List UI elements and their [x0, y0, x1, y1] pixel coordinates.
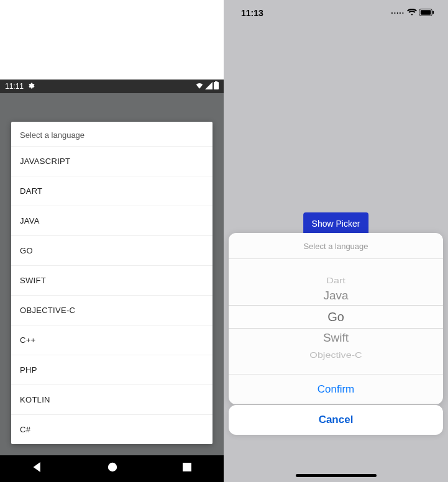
picker-row-selected: Go [229, 305, 443, 329]
list-item[interactable]: JAVA [11, 206, 213, 235]
svg-rect-0 [214, 82, 219, 89]
wifi-icon [407, 9, 417, 18]
list-item[interactable]: JAVASCRIPT [11, 146, 213, 176]
svg-rect-3 [183, 463, 191, 471]
list-item[interactable]: OBJECTIVE-C [11, 295, 213, 325]
cancel-button[interactable]: Cancel [229, 405, 443, 435]
nav-back-icon[interactable] [32, 462, 42, 475]
svg-rect-1 [215, 81, 217, 83]
battery-icon [419, 9, 434, 18]
blank-top [0, 0, 224, 80]
status-time: 11:11 [5, 82, 24, 91]
picker-wheel[interactable]: Dart Java Go Swift Objective-C [229, 259, 443, 375]
cell-icon [205, 82, 213, 91]
dialog-title: Select a language [11, 122, 213, 146]
picker-sheet: Select a language Dart Java Go Swift Obj… [229, 233, 443, 404]
list-item[interactable]: C# [11, 414, 213, 444]
status-time: 11:13 [241, 8, 263, 18]
list-item[interactable]: PHP [11, 355, 213, 384]
nav-home-icon[interactable] [107, 462, 117, 475]
list-item[interactable]: SWIFT [11, 265, 213, 295]
android-nav-bar [0, 455, 224, 482]
svg-rect-6 [432, 11, 434, 14]
ios-status-bar: 11:13 ····· [224, 0, 448, 26]
home-indicator[interactable] [296, 474, 377, 477]
ios-body: Show Picker Select a language Dart Java … [224, 26, 448, 482]
list-item[interactable]: GO [11, 235, 213, 265]
dots-icon: ····· [391, 9, 405, 17]
android-body: Select a language JAVASCRIPT DART JAVA G… [0, 93, 224, 455]
picker-row [239, 363, 432, 375]
nav-recent-icon[interactable] [183, 463, 191, 474]
android-screen: 11:11 Select a language JAVASCRIPT DART … [0, 0, 224, 482]
battery-icon [214, 81, 219, 91]
picker-title: Select a language [229, 233, 443, 259]
gear-icon [27, 82, 35, 91]
show-picker-button[interactable]: Show Picker [303, 212, 369, 235]
android-status-bar: 11:11 [0, 80, 224, 93]
svg-point-2 [108, 463, 117, 471]
picker-row: Objective-C [234, 347, 438, 365]
list-item[interactable]: DART [11, 176, 213, 206]
list-item[interactable]: C++ [11, 325, 213, 355]
picker-row: Java [229, 284, 443, 307]
language-dialog: Select a language JAVASCRIPT DART JAVA G… [11, 122, 213, 444]
ios-screen: 11:13 ····· Show Picker Select a languag… [224, 0, 448, 482]
list-item[interactable]: KOTLIN [11, 384, 213, 414]
wifi-icon [195, 82, 204, 91]
confirm-button[interactable]: Confirm [229, 375, 443, 404]
svg-rect-5 [421, 10, 431, 14]
